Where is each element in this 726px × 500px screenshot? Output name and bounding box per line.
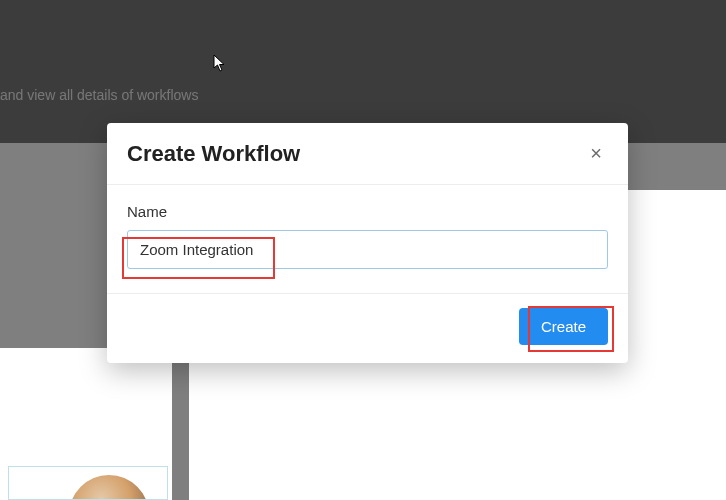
modal-title: Create Workflow xyxy=(127,141,300,167)
workflow-name-input[interactable] xyxy=(127,230,608,269)
modal-close-button[interactable]: × xyxy=(584,140,608,167)
close-icon: × xyxy=(590,142,602,164)
page-subtitle-partial: and view all details of workflows xyxy=(0,87,198,103)
avatar xyxy=(69,475,149,500)
name-label: Name xyxy=(127,203,608,220)
modal-footer: Create xyxy=(107,293,628,363)
avatar-container xyxy=(8,466,168,500)
create-button[interactable]: Create xyxy=(519,308,608,345)
modal-header: Create Workflow × xyxy=(107,123,628,185)
modal-body: Name xyxy=(107,185,628,293)
create-workflow-modal: Create Workflow × Name Create xyxy=(107,123,628,363)
